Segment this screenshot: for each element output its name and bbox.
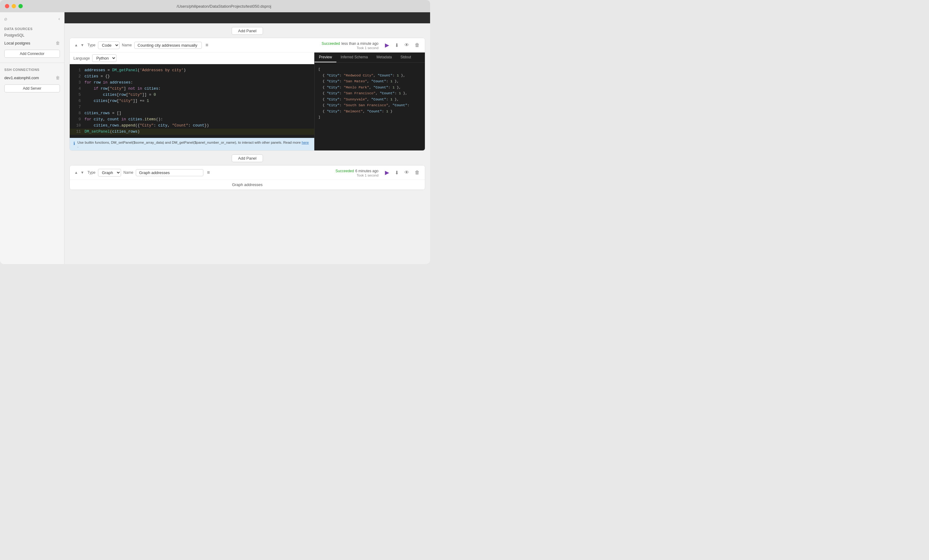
panel-down-arrow[interactable]: ▼ [80, 42, 85, 48]
graph-visibility-button[interactable]: 👁 [403, 170, 411, 175]
code-panel-header: ▲ ▼ Type Code Name ≡ Succee [70, 38, 425, 52]
app-body: ⌕ ‹ DATA SOURCES PostgreSQL Local postgr… [0, 12, 430, 264]
db-type-label: PostgreSQL [0, 32, 64, 39]
code-line: 9 for city, count in cities.items(): [70, 116, 314, 122]
code-line: 11 DM_setPanel(cities_rows) [70, 129, 314, 135]
language-select[interactable]: Python [92, 54, 117, 62]
code-panel-body: Language Python 1 addresses = DM_getPane… [70, 52, 425, 150]
code-editor[interactable]: 1 addresses = DM_getPanel('Addresses by … [70, 64, 314, 138]
panels-container: Add Panel ▲ ▼ Type Code Name [64, 23, 430, 264]
app-window: /Users/philipeaton/DataStationProjects/t… [0, 0, 430, 264]
info-icon: ℹ [74, 141, 75, 146]
local-postgres-item[interactable]: Local postgres 🗑 [0, 39, 64, 47]
code-line: 5 cities[row["city"]] = 0 [70, 92, 314, 98]
maximize-button[interactable] [18, 4, 23, 8]
code-editor-area: Language Python 1 addresses = DM_getPane… [70, 52, 314, 150]
code-line: 4 if row["city"] not in cities: [70, 86, 314, 92]
panel-up-arrow[interactable]: ▲ [74, 42, 79, 48]
info-text: Use builtin functions, DM_setPanel($some… [77, 141, 302, 144]
search-icon[interactable]: ⌕ [4, 16, 8, 21]
close-button[interactable] [5, 4, 9, 8]
graph-panel: ▲ ▼ Type Graph Name ≡ Succe [69, 165, 425, 190]
sidebar-top: ⌕ ‹ [0, 16, 64, 24]
graph-panel-status: Succeeded 6 minutes ago Took 1 second [336, 168, 379, 177]
code-line: 1 addresses = DM_getPanel('Addresses by … [70, 67, 314, 73]
add-panel-button-middle[interactable]: Add Panel [231, 155, 263, 162]
graph-status-suffix: 6 minutes ago [356, 169, 379, 173]
code-line: 2 cities = {} [70, 73, 314, 80]
code-panel: ▲ ▼ Type Code Name ≡ Succee [69, 38, 425, 151]
preview-content: [ { "City": "Redwood City", "Count": 1 }… [314, 63, 425, 150]
data-sources-label: DATA SOURCES [0, 24, 64, 32]
add-panel-row-middle: Add Panel [69, 155, 425, 162]
graph-type-label: Type [87, 170, 95, 175]
delete-ssh-icon[interactable]: 🗑 [55, 75, 60, 80]
ssh-server-name: dev1.eatonphil.com [4, 75, 39, 80]
panel2-down-arrow[interactable]: ▼ [80, 170, 85, 175]
run-button[interactable]: ▶ [383, 42, 391, 49]
traffic-lights [5, 4, 23, 8]
graph-name-input[interactable] [136, 169, 203, 176]
download-button[interactable]: ⬇ [393, 42, 400, 48]
add-connector-button[interactable]: Add Connector [4, 50, 60, 58]
local-postgres-name: Local postgres [4, 41, 31, 46]
sidebar-collapse-button[interactable]: ‹ [58, 16, 60, 21]
sidebar: ⌕ ‹ DATA SOURCES PostgreSQL Local postgr… [0, 12, 64, 264]
graph-run-button[interactable]: ▶ [383, 169, 391, 176]
panel-name-input[interactable] [134, 42, 202, 49]
language-label: Language [74, 56, 90, 60]
code-line: 6 cities[row["city"]] += 1 [70, 98, 314, 104]
tab-preview[interactable]: Preview [314, 52, 336, 62]
preview-tabs: Preview Inferred Schema Metadata Stdout [314, 52, 425, 63]
graph-menu-icon[interactable]: ≡ [206, 170, 211, 175]
sidebar-divider [0, 63, 64, 63]
graph-delete-button[interactable]: 🗑 [413, 170, 421, 175]
graph-type-select[interactable]: Graph [98, 169, 121, 176]
graph-name-label: Name [124, 170, 133, 175]
graph-download-button[interactable]: ⬇ [393, 170, 400, 176]
code-line: 8 cities_rows = [] [70, 110, 314, 116]
status-success-text: Succeeded [322, 41, 340, 46]
ssh-server-item[interactable]: dev1.eatonphil.com 🗑 [0, 73, 64, 82]
language-bar: Language Python [70, 52, 314, 64]
add-server-button[interactable]: Add Server [4, 84, 60, 92]
add-panel-row-top: Add Panel [69, 27, 425, 35]
delete-local-postgres-icon[interactable]: 🗑 [55, 41, 60, 46]
panel-arrows: ▲ ▼ [74, 42, 85, 48]
tab-stdout[interactable]: Stdout [396, 52, 415, 62]
graph-status-success: Succeeded [336, 169, 354, 173]
graph-title-display: Graph addresses [70, 180, 425, 190]
code-line: 3 for row in addresses: [70, 80, 314, 86]
add-panel-button-top[interactable]: Add Panel [231, 27, 263, 35]
code-info-bar: ℹ Use builtin functions, DM_setPanel($so… [70, 138, 314, 150]
titlebar: /Users/philipeaton/DataStationProjects/t… [0, 0, 430, 12]
type-label: Type [87, 43, 95, 47]
tab-inferred-schema[interactable]: Inferred Schema [336, 52, 373, 62]
window-title: /Users/philipeaton/DataStationProjects/t… [23, 4, 425, 9]
preview-panel: Preview Inferred Schema Metadata Stdout … [314, 52, 425, 150]
main-content: Add Panel ▲ ▼ Type Code Name [64, 12, 430, 264]
graph-panel-header: ▲ ▼ Type Graph Name ≡ Succe [70, 165, 425, 180]
panel-menu-icon[interactable]: ≡ [204, 42, 210, 48]
panel2-up-arrow[interactable]: ▲ [74, 170, 79, 175]
tab-metadata[interactable]: Metadata [372, 52, 396, 62]
code-line: 7 [70, 104, 314, 110]
name-label: Name [122, 43, 132, 47]
top-bar [64, 12, 430, 23]
status-suffix: less than a minute ago [341, 41, 379, 46]
visibility-button[interactable]: 👁 [403, 42, 411, 48]
ssh-connections-label: SSH CONNECTIONS [0, 66, 64, 73]
panel2-arrows: ▲ ▼ [74, 170, 85, 175]
info-link[interactable]: here [302, 141, 309, 144]
delete-panel-button[interactable]: 🗑 [413, 42, 421, 48]
minimize-button[interactable] [12, 4, 16, 8]
panel-type-select[interactable]: Code [98, 41, 120, 49]
code-line: 10 cities_rows.append({"City": city, "Co… [70, 122, 314, 129]
status-time: Took 1 second [357, 46, 379, 50]
panel-status: Succeeded less than a minute ago Took 1 … [322, 41, 379, 50]
graph-status-time: Took 1 second [357, 173, 379, 177]
